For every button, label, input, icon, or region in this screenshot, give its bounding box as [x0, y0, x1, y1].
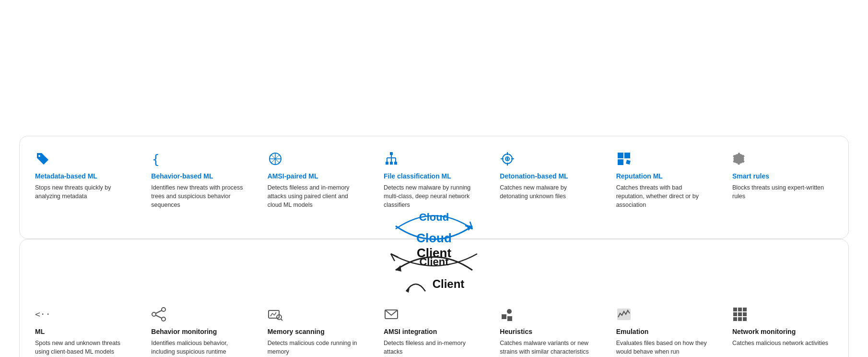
- svg-rect-52: [738, 312, 742, 316]
- title-network-mon: Network monitoring: [732, 327, 833, 336]
- title-behavior-ml: Behavior-based ML: [151, 172, 244, 180]
- icon-envelope: [384, 305, 477, 323]
- svg-rect-24: [618, 159, 623, 165]
- client-arrow-icon: [404, 274, 428, 294]
- svg-rect-55: [738, 317, 742, 321]
- title-emulation: Emulation: [616, 327, 709, 336]
- cloud-items-row: Metadata-based ML Stops new threats quic…: [35, 150, 833, 210]
- desc-amsi-ml: Detects fileless and in-memory attacks u…: [268, 183, 361, 209]
- item-memory-scan: Memory scanning Detects malicious code r…: [268, 305, 368, 357]
- client-panel: Client Client <···> ML Spots new and unk…: [19, 239, 849, 357]
- desc-file-class-ml: Detects new malware by running multi-cla…: [384, 183, 477, 209]
- svg-point-34: [162, 317, 165, 321]
- svg-rect-48: [733, 308, 737, 311]
- svg-rect-44: [502, 314, 506, 319]
- svg-rect-23: [624, 153, 630, 158]
- svg-line-42: [281, 319, 282, 321]
- icon-network: [268, 150, 361, 168]
- icon-share: [151, 305, 244, 323]
- desc-behavior-monitor: Identifies malicious behavior, including…: [151, 339, 244, 357]
- desc-ml-client: Spots new and unknown threats using clie…: [35, 339, 128, 356]
- cloud-panel: Metadata-based ML Stops new threats quic…: [19, 136, 849, 239]
- svg-rect-45: [507, 316, 512, 321]
- item-file-class-ml: File classification ML Detects new malwa…: [384, 150, 484, 210]
- item-reputation-ml: Reputation ML Catches threats with bad r…: [616, 150, 717, 210]
- desc-metadata-ml: Stops new threats quickly by analyzing m…: [35, 183, 128, 201]
- client-label-area: Client: [35, 249, 833, 275]
- svg-rect-56: [743, 317, 747, 321]
- icon-tag: [35, 150, 128, 168]
- svg-point-32: [162, 308, 165, 311]
- title-metadata-ml: Metadata-based ML: [35, 172, 128, 180]
- desc-smart-rules: Blocks threats using expert-written rule…: [732, 183, 833, 201]
- icon-dots: [500, 305, 593, 323]
- desc-network-mon: Catches malicious network activities: [732, 339, 833, 347]
- svg-rect-25: [626, 160, 631, 165]
- svg-rect-50: [743, 308, 747, 311]
- title-smart-rules: Smart rules: [732, 172, 833, 180]
- desc-heuristics: Catches malware variants or new strains …: [500, 339, 593, 356]
- desc-behavior-ml: Identifies new threats with process tree…: [151, 183, 244, 209]
- item-metadata-ml: Metadata-based ML Stops new threats quic…: [35, 150, 136, 210]
- icon-squares: [616, 150, 709, 168]
- item-emulation: Emulation Evaluates files based on how t…: [616, 305, 717, 357]
- client-label-row: Client: [35, 274, 833, 294]
- item-smart-rules: Smart rules Blocks threats using expert-…: [732, 150, 833, 210]
- svg-rect-54: [733, 317, 737, 321]
- item-network-mon: Network monitoring Catches malicious net…: [732, 305, 833, 357]
- svg-rect-49: [738, 308, 742, 311]
- icon-arrows: <···>: [35, 305, 128, 323]
- svg-rect-8: [390, 162, 393, 165]
- svg-text:{ }: { }: [152, 152, 166, 167]
- icon-gear: [732, 150, 833, 168]
- svg-line-35: [156, 310, 162, 313]
- desc-memory-scan: Detects malicious code running in memory: [268, 339, 361, 356]
- svg-line-40: [274, 312, 276, 315]
- client-items-row: <···> ML Spots new and unknown threats u…: [35, 305, 833, 357]
- icon-grid: [732, 305, 833, 323]
- svg-rect-53: [743, 312, 747, 316]
- svg-rect-22: [618, 153, 623, 158]
- item-ml-client: <···> ML Spots new and unknown threats u…: [35, 305, 136, 357]
- item-behavior-ml: { } Behavior-based ML Identifies new thr…: [151, 150, 252, 210]
- svg-point-46: [507, 309, 512, 314]
- svg-line-38: [270, 313, 272, 316]
- desc-reputation-ml: Catches threats with bad reputation, whe…: [616, 183, 709, 209]
- client-label: Client: [419, 256, 448, 268]
- icon-chart-search: [268, 305, 361, 323]
- svg-rect-51: [733, 312, 737, 316]
- title-ml-client: ML: [35, 327, 128, 336]
- title-amsi-ml: AMSI-paired ML: [268, 172, 361, 180]
- title-behavior-monitor: Behavior monitoring: [151, 327, 244, 336]
- cloud-label-area: Cloud: [391, 207, 477, 234]
- item-heuristics: Heuristics Catches malware variants or n…: [500, 305, 600, 357]
- desc-amsi-int: Detects fileless and in-memory attacks: [384, 339, 477, 356]
- svg-point-33: [152, 312, 156, 316]
- item-amsi-ml: AMSI-paired ML Detects fileless and in-m…: [268, 150, 368, 210]
- item-behavior-monitor: Behavior monitoring Identifies malicious…: [151, 305, 252, 357]
- client-label-text: Client: [433, 277, 465, 291]
- svg-text:<···>: <···>: [35, 309, 50, 319]
- item-amsi-int: AMSI integration Detects fileless and in…: [384, 305, 484, 357]
- svg-line-39: [272, 313, 274, 315]
- desc-emulation: Evaluates files based on how they would …: [616, 339, 709, 356]
- icon-chart-wave: [616, 305, 709, 323]
- icon-crosshair: [500, 150, 593, 168]
- svg-rect-6: [390, 152, 393, 155]
- svg-rect-7: [386, 162, 388, 165]
- item-detonation-ml: Detonation-based ML Catches new malware …: [500, 150, 600, 210]
- desc-detonation-ml: Catches new malware by detonating unknow…: [500, 183, 593, 201]
- title-file-class-ml: File classification ML: [384, 172, 477, 180]
- title-amsi-int: AMSI integration: [384, 327, 477, 336]
- svg-rect-9: [394, 162, 397, 165]
- icon-braces: { }: [151, 150, 244, 168]
- title-memory-scan: Memory scanning: [268, 327, 361, 336]
- title-heuristics: Heuristics: [500, 327, 593, 336]
- cloud-label: Cloud: [419, 211, 449, 224]
- title-detonation-ml: Detonation-based ML: [500, 172, 593, 180]
- icon-hierarchy: [384, 150, 477, 168]
- title-reputation-ml: Reputation ML: [616, 172, 709, 180]
- svg-line-36: [156, 315, 162, 318]
